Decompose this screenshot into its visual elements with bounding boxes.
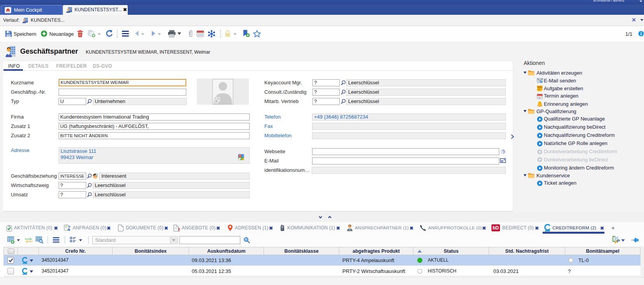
svg-text:?: ? [68,225,71,229]
